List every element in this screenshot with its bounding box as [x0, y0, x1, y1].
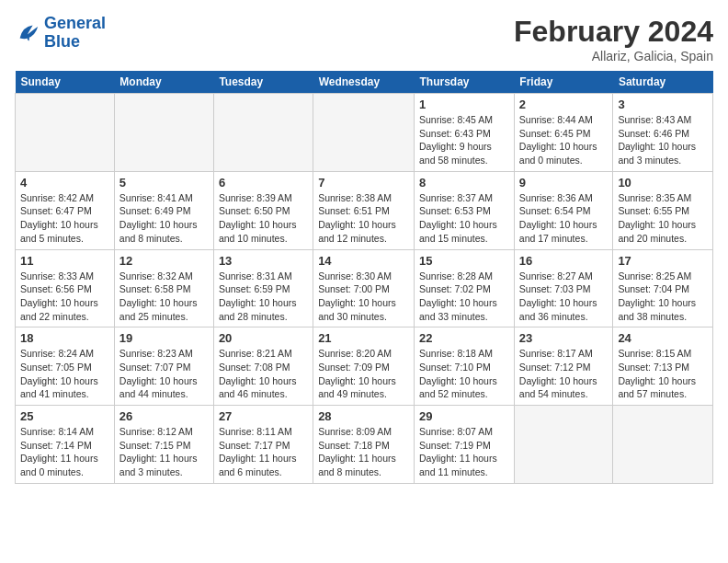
day-info: Sunrise: 8:12 AM Sunset: 7:15 PM Dayligh… [119, 425, 209, 479]
calendar-cell: 19Sunrise: 8:23 AM Sunset: 7:07 PM Dayli… [114, 327, 213, 406]
day-info: Sunrise: 8:07 AM Sunset: 7:19 PM Dayligh… [419, 425, 509, 479]
day-info: Sunrise: 8:44 AM Sunset: 6:45 PM Dayligh… [519, 113, 609, 167]
day-number: 11 [20, 254, 109, 268]
day-number: 13 [219, 254, 308, 268]
day-info: Sunrise: 8:37 AM Sunset: 6:53 PM Dayligh… [419, 191, 509, 246]
calendar-cell [514, 406, 613, 484]
day-number: 3 [618, 98, 708, 111]
day-info: Sunrise: 8:36 AM Sunset: 6:54 PM Dayligh… [519, 191, 609, 246]
day-info: Sunrise: 8:45 AM Sunset: 6:43 PM Dayligh… [419, 113, 509, 167]
day-info: Sunrise: 8:25 AM Sunset: 7:04 PM Dayligh… [618, 270, 708, 324]
day-number: 22 [419, 331, 509, 345]
logo: General Blue [15, 15, 106, 52]
day-info: Sunrise: 8:30 AM Sunset: 7:00 PM Dayligh… [318, 270, 409, 324]
day-number: 10 [618, 176, 708, 190]
calendar-cell: 27Sunrise: 8:11 AM Sunset: 7:17 PM Dayli… [213, 406, 313, 484]
day-info: Sunrise: 8:24 AM Sunset: 7:05 PM Dayligh… [20, 347, 109, 401]
calendar-week-row: 25Sunrise: 8:14 AM Sunset: 7:14 PM Dayli… [16, 406, 713, 484]
calendar-cell: 24Sunrise: 8:15 AM Sunset: 7:13 PM Dayli… [613, 327, 713, 406]
calendar-cell: 6Sunrise: 8:39 AM Sunset: 6:50 PM Daylig… [213, 171, 313, 249]
month-title: February 2024 [514, 15, 713, 49]
calendar-table: SundayMondayTuesdayWednesdayThursdayFrid… [15, 71, 713, 484]
day-info: Sunrise: 8:18 AM Sunset: 7:10 PM Dayligh… [419, 347, 509, 401]
title-block: February 2024 Allariz, Galicia, Spain [514, 15, 713, 63]
calendar-cell: 2Sunrise: 8:44 AM Sunset: 6:45 PM Daylig… [514, 94, 613, 172]
calendar-cell: 22Sunrise: 8:18 AM Sunset: 7:10 PM Dayli… [415, 327, 515, 406]
day-number: 2 [519, 98, 609, 111]
day-info: Sunrise: 8:43 AM Sunset: 6:46 PM Dayligh… [618, 113, 708, 167]
day-number: 18 [20, 331, 109, 345]
calendar-cell: 7Sunrise: 8:38 AM Sunset: 6:51 PM Daylig… [313, 171, 415, 249]
day-info: Sunrise: 8:20 AM Sunset: 7:09 PM Dayligh… [318, 347, 409, 401]
day-number: 28 [318, 409, 409, 423]
calendar-cell: 23Sunrise: 8:17 AM Sunset: 7:12 PM Dayli… [514, 327, 613, 406]
day-info: Sunrise: 8:35 AM Sunset: 6:55 PM Dayligh… [618, 191, 708, 246]
calendar-week-row: 1Sunrise: 8:45 AM Sunset: 6:43 PM Daylig… [16, 94, 713, 172]
day-number: 29 [419, 409, 509, 423]
calendar-cell: 10Sunrise: 8:35 AM Sunset: 6:55 PM Dayli… [613, 171, 713, 249]
calendar-cell: 21Sunrise: 8:20 AM Sunset: 7:09 PM Dayli… [313, 327, 415, 406]
calendar-cell: 5Sunrise: 8:41 AM Sunset: 6:49 PM Daylig… [114, 171, 213, 249]
calendar-cell: 28Sunrise: 8:09 AM Sunset: 7:18 PM Dayli… [313, 406, 415, 484]
calendar-header-row: SundayMondayTuesdayWednesdayThursdayFrid… [16, 71, 713, 94]
page-header: General Blue February 2024 Allariz, Gali… [15, 15, 713, 63]
calendar-cell: 18Sunrise: 8:24 AM Sunset: 7:05 PM Dayli… [16, 327, 115, 406]
calendar-cell [313, 94, 415, 172]
day-number: 27 [219, 409, 308, 423]
day-number: 5 [119, 176, 209, 190]
calendar-cell: 25Sunrise: 8:14 AM Sunset: 7:14 PM Dayli… [16, 406, 115, 484]
calendar-cell: 14Sunrise: 8:30 AM Sunset: 7:00 PM Dayli… [313, 249, 415, 327]
day-number: 8 [419, 176, 509, 190]
day-number: 12 [119, 254, 209, 268]
calendar-cell: 3Sunrise: 8:43 AM Sunset: 6:46 PM Daylig… [613, 94, 713, 172]
day-of-week-header: Monday [114, 71, 213, 94]
day-number: 15 [419, 254, 509, 268]
day-number: 24 [618, 331, 708, 345]
calendar-cell: 26Sunrise: 8:12 AM Sunset: 7:15 PM Dayli… [114, 406, 213, 484]
calendar-cell: 11Sunrise: 8:33 AM Sunset: 6:56 PM Dayli… [16, 249, 115, 327]
location: Allariz, Galicia, Spain [514, 49, 713, 63]
day-info: Sunrise: 8:14 AM Sunset: 7:14 PM Dayligh… [20, 425, 109, 479]
day-number: 9 [519, 176, 609, 190]
day-number: 23 [519, 331, 609, 345]
day-of-week-header: Sunday [16, 71, 115, 94]
day-number: 17 [618, 254, 708, 268]
logo-text: General Blue [44, 15, 106, 52]
day-of-week-header: Friday [514, 71, 613, 94]
day-number: 16 [519, 254, 609, 268]
day-of-week-header: Thursday [415, 71, 515, 94]
calendar-cell: 15Sunrise: 8:28 AM Sunset: 7:02 PM Dayli… [415, 249, 515, 327]
day-number: 14 [318, 254, 409, 268]
day-of-week-header: Tuesday [213, 71, 313, 94]
calendar-week-row: 18Sunrise: 8:24 AM Sunset: 7:05 PM Dayli… [16, 327, 713, 406]
day-number: 7 [318, 176, 409, 190]
calendar-cell: 29Sunrise: 8:07 AM Sunset: 7:19 PM Dayli… [415, 406, 515, 484]
day-number: 21 [318, 331, 409, 345]
day-info: Sunrise: 8:39 AM Sunset: 6:50 PM Dayligh… [219, 191, 308, 246]
day-number: 6 [219, 176, 308, 190]
calendar-cell: 1Sunrise: 8:45 AM Sunset: 6:43 PM Daylig… [415, 94, 515, 172]
day-info: Sunrise: 8:31 AM Sunset: 6:59 PM Dayligh… [219, 270, 308, 324]
day-number: 1 [419, 98, 509, 111]
logo-bird-icon [15, 20, 40, 46]
day-info: Sunrise: 8:23 AM Sunset: 7:07 PM Dayligh… [119, 347, 209, 401]
calendar-cell [213, 94, 313, 172]
calendar-cell: 13Sunrise: 8:31 AM Sunset: 6:59 PM Dayli… [213, 249, 313, 327]
day-number: 19 [119, 331, 209, 345]
calendar-cell [613, 406, 713, 484]
day-info: Sunrise: 8:15 AM Sunset: 7:13 PM Dayligh… [618, 347, 708, 401]
calendar-cell: 8Sunrise: 8:37 AM Sunset: 6:53 PM Daylig… [415, 171, 515, 249]
day-info: Sunrise: 8:41 AM Sunset: 6:49 PM Dayligh… [119, 191, 209, 246]
calendar-week-row: 11Sunrise: 8:33 AM Sunset: 6:56 PM Dayli… [16, 249, 713, 327]
calendar-cell: 12Sunrise: 8:32 AM Sunset: 6:58 PM Dayli… [114, 249, 213, 327]
day-info: Sunrise: 8:38 AM Sunset: 6:51 PM Dayligh… [318, 191, 409, 246]
calendar-cell: 16Sunrise: 8:27 AM Sunset: 7:03 PM Dayli… [514, 249, 613, 327]
calendar-week-row: 4Sunrise: 8:42 AM Sunset: 6:47 PM Daylig… [16, 171, 713, 249]
day-info: Sunrise: 8:27 AM Sunset: 7:03 PM Dayligh… [519, 270, 609, 324]
day-info: Sunrise: 8:42 AM Sunset: 6:47 PM Dayligh… [20, 191, 109, 246]
calendar-cell: 4Sunrise: 8:42 AM Sunset: 6:47 PM Daylig… [16, 171, 115, 249]
day-info: Sunrise: 8:11 AM Sunset: 7:17 PM Dayligh… [219, 425, 308, 479]
day-info: Sunrise: 8:21 AM Sunset: 7:08 PM Dayligh… [219, 347, 308, 401]
calendar-cell: 9Sunrise: 8:36 AM Sunset: 6:54 PM Daylig… [514, 171, 613, 249]
calendar-cell [16, 94, 115, 172]
